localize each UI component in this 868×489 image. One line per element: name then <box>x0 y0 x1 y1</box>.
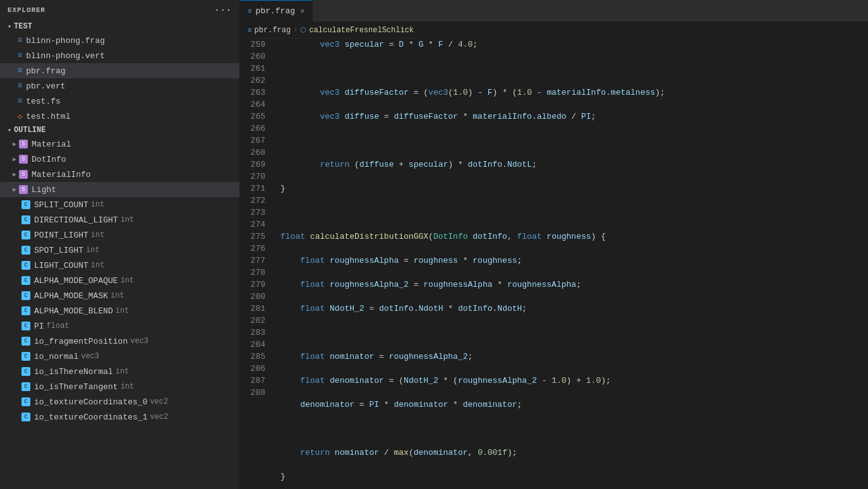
type-label: int <box>121 215 135 224</box>
file-icon-glsl: ≡ <box>18 51 22 60</box>
code-line-276: return nominator / max(denominator, 0.00… <box>280 447 868 459</box>
const-icon: C <box>21 200 30 209</box>
outline-item-name: ALPHA_MODE_BLEND <box>34 306 113 316</box>
code-line-260 <box>280 63 868 75</box>
file-name: pbr.vert <box>26 82 65 91</box>
section-test[interactable]: ▾ TEST <box>0 20 239 33</box>
outline-io-texcoord0[interactable]: C io_textureCoordinates_0 vec2 <box>0 394 239 409</box>
code-line-270: float NdotH_2 = dotInfo.NdotH * dotInfo.… <box>280 303 868 315</box>
code-line-264: return (diffuse + specular) * dotInfo.Nd… <box>280 159 868 171</box>
struct-icon: S <box>19 155 28 164</box>
more-options-icon[interactable]: ··· <box>214 6 232 15</box>
outline-dotinfo[interactable]: ▶ S DotInfo <box>0 152 239 167</box>
const-icon: C <box>21 215 30 224</box>
tab-label: pbr.frag <box>256 6 295 16</box>
outline-item-name: MaterialInfo <box>32 170 91 179</box>
const-icon: C <box>21 367 30 376</box>
outline-io-istangent[interactable]: C io_isThereTangent int <box>0 379 239 394</box>
outline-io-texcoord1[interactable]: C io_textureCoordinates_1 vec2 <box>0 409 239 425</box>
outline-light-count[interactable]: C LIGHT_COUNT int <box>0 258 239 273</box>
outline-spot-light[interactable]: C SPOT_LIGHT int <box>0 243 239 258</box>
outline-item-name: ALPHA_MODE_OPAQUE <box>34 276 118 286</box>
file-blinn-phong-frag[interactable]: ≡ blinn-phong.frag <box>0 33 239 48</box>
file-name: blinn-phong.vert <box>26 51 105 61</box>
type-label: float <box>47 322 69 330</box>
outline-item-name: SPOT_LIGHT <box>34 246 83 255</box>
outline-alpha-opaque[interactable]: C ALPHA_MODE_OPAQUE int <box>0 273 239 288</box>
file-test-fs[interactable]: ≡ test.fs <box>0 94 239 109</box>
const-icon: C <box>21 261 30 270</box>
outline-split-count[interactable]: C SPLIT_COUNT int <box>0 197 239 212</box>
type-label: int <box>86 246 100 255</box>
outline-directional-light[interactable]: C DIRECTIONAL_LIGHT int <box>0 212 239 227</box>
code-line-273: float denominator = (NdotH_2 * (roughnes… <box>280 375 868 387</box>
outline-item-name: DotInfo <box>32 155 66 164</box>
type-label: vec2 <box>150 397 168 406</box>
outline-io-fragpos[interactable]: C io_fragmentPosition vec3 <box>0 334 239 349</box>
code-line-266 <box>280 207 868 219</box>
explorer-actions: ··· <box>214 6 232 15</box>
breadcrumb-file[interactable]: pbr.frag <box>255 26 291 35</box>
code-line-269: float roughnessAlpha_2 = roughnessAlpha … <box>280 279 868 291</box>
outline-io-isnormal[interactable]: C io_isThereNormal int <box>0 364 239 379</box>
file-name: test.html <box>26 112 70 121</box>
outline-point-light[interactable]: C POINT_LIGHT int <box>0 227 239 243</box>
file-pbr-frag[interactable]: ≡ pbr.frag <box>0 63 239 78</box>
tab-pbr-frag[interactable]: ≡ pbr.frag ✕ <box>240 0 313 21</box>
file-icon-glsl: ≡ <box>18 97 22 106</box>
file-blinn-phong-vert[interactable]: ≡ blinn-phong.vert <box>0 48 239 63</box>
outline-item-name: io_isThereNormal <box>34 367 113 377</box>
tab-bar: ≡ pbr.frag ✕ <box>240 0 868 22</box>
tab-file-icon: ≡ <box>248 8 252 15</box>
type-label: int <box>91 231 105 239</box>
const-icon: C <box>21 352 30 361</box>
code-line-259: vec3 specular = D * G * F / 4.0; <box>280 39 868 51</box>
const-icon: C <box>21 322 30 330</box>
outline-pi[interactable]: C PI float <box>0 318 239 334</box>
type-label: int <box>91 200 105 209</box>
breadcrumb-function[interactable]: calculateFresnelSchlick <box>309 26 414 35</box>
file-pbr-vert[interactable]: ≡ pbr.vert <box>0 78 239 94</box>
code-line-271 <box>280 327 868 339</box>
type-label: int <box>111 291 124 300</box>
breadcrumb: ≡ pbr.frag › ⬡ calculateFresnelSchlick <box>240 22 868 39</box>
file-name: pbr.frag <box>26 66 65 76</box>
const-icon: C <box>21 231 30 239</box>
tab-close-button[interactable]: ✕ <box>300 6 304 16</box>
struct-icon: S <box>19 140 28 148</box>
outline-item-name: io_textureCoordinates_1 <box>34 413 147 422</box>
explorer-title: EXPLORER <box>8 6 45 14</box>
const-icon: C <box>21 291 30 300</box>
line-numbers: 259 260 261 262 263 264 265 266 267 268 … <box>240 39 270 489</box>
outline-materialinfo[interactable]: ▶ S MaterialInfo <box>0 167 239 182</box>
code-line-277: } <box>280 471 868 483</box>
outline-item-name: io_isThereTangent <box>34 382 118 392</box>
code-line-275 <box>280 423 868 435</box>
file-name: blinn-phong.frag <box>26 36 105 45</box>
outline-alpha-mask[interactable]: C ALPHA_MODE_MASK int <box>0 288 239 303</box>
file-name: test.fs <box>26 97 61 106</box>
outline-label: OUTLINE <box>14 126 45 135</box>
outline-alpha-blend[interactable]: C ALPHA_MODE_BLEND int <box>0 303 239 318</box>
type-label: int <box>116 306 130 315</box>
code-editor[interactable]: vec3 specular = D * G * F / 4.0; vec3 di… <box>270 39 868 489</box>
section-arrow: ▾ <box>8 23 11 30</box>
outline-light[interactable]: ▶ S Light <box>0 182 239 197</box>
outline-material[interactable]: ▶ S Material <box>0 136 239 152</box>
type-label: vec3 <box>130 337 148 346</box>
outline-item-name: POINT_LIGHT <box>34 231 88 240</box>
outline-item-name: Light <box>32 185 56 195</box>
file-icon-glsl: ≡ <box>18 82 22 90</box>
const-icon: C <box>21 413 30 421</box>
section-outline[interactable]: ▾ OUTLINE <box>0 124 239 136</box>
outline-io-normal[interactable]: C io_normal vec3 <box>0 349 239 364</box>
file-test-html[interactable]: ◇ test.html <box>0 109 239 124</box>
type-label: int <box>121 382 135 391</box>
const-icon: C <box>21 337 30 346</box>
code-line-262: vec3 diffuse = diffuseFactor * materialI… <box>280 111 868 123</box>
code-line-274: denominator = PI * denominator * denomin… <box>280 399 868 411</box>
type-label: int <box>116 367 130 376</box>
file-icon-html: ◇ <box>18 112 22 121</box>
struct-icon: S <box>19 185 28 194</box>
type-label: int <box>91 261 105 270</box>
